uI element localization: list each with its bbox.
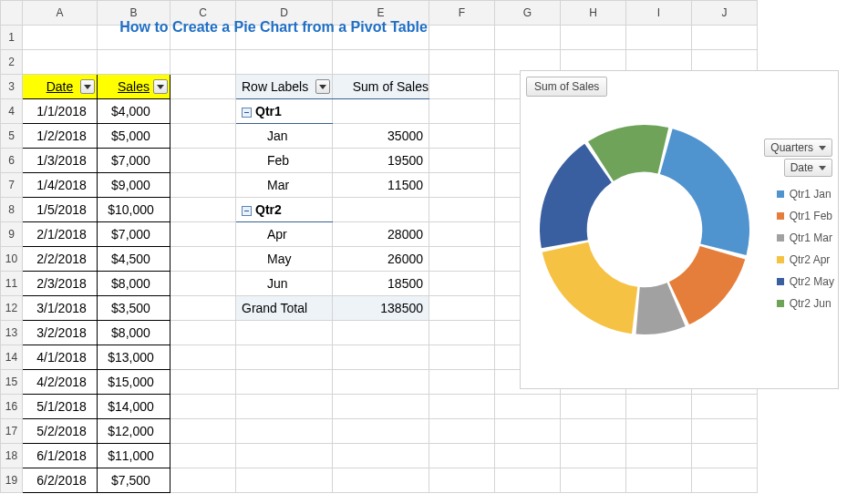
col-head-B[interactable]: B bbox=[98, 1, 170, 26]
row-head-2[interactable]: 2 bbox=[1, 50, 23, 75]
cell-F9[interactable] bbox=[429, 222, 495, 247]
donut-slice[interactable] bbox=[669, 246, 745, 324]
cell-D19[interactable] bbox=[236, 468, 333, 493]
cell-D18[interactable] bbox=[236, 444, 333, 468]
chart-title-button[interactable]: Sum of Sales bbox=[526, 77, 607, 97]
cell-C18[interactable] bbox=[170, 444, 236, 468]
cell-G19[interactable] bbox=[495, 468, 561, 493]
cell-A6[interactable]: 1/3/2018 bbox=[23, 149, 98, 173]
row-head-1[interactable]: 1 bbox=[1, 26, 23, 50]
cell-F18[interactable] bbox=[429, 444, 495, 468]
col-head-G[interactable]: G bbox=[495, 1, 561, 26]
cell-D16[interactable] bbox=[236, 395, 333, 419]
cell-F4[interactable] bbox=[429, 99, 495, 124]
cell-A3[interactable]: Date bbox=[23, 75, 98, 99]
cell-A15[interactable]: 4/2/2018 bbox=[23, 370, 98, 395]
cell-D10[interactable]: May bbox=[236, 247, 333, 272]
cell-B2[interactable] bbox=[98, 50, 170, 75]
cell-E2[interactable] bbox=[333, 50, 429, 75]
row-head-6[interactable]: 6 bbox=[1, 149, 23, 173]
row-head-16[interactable]: 16 bbox=[1, 395, 23, 419]
cell-H1[interactable] bbox=[561, 26, 626, 50]
pivot-filter-icon[interactable] bbox=[315, 79, 330, 94]
cell-D11[interactable]: Jun bbox=[236, 272, 333, 296]
cell-B1[interactable] bbox=[98, 26, 170, 50]
slicer-date[interactable]: Date bbox=[784, 159, 832, 177]
row-head-15[interactable]: 15 bbox=[1, 370, 23, 395]
col-head-E[interactable]: E bbox=[333, 1, 429, 26]
cell-I1[interactable] bbox=[626, 26, 692, 50]
cell-A10[interactable]: 2/2/2018 bbox=[23, 247, 98, 272]
col-head-A[interactable]: A bbox=[23, 1, 98, 26]
cell-G16[interactable] bbox=[495, 395, 561, 419]
cell-D3[interactable]: Row Labels bbox=[236, 75, 333, 99]
cell-E14[interactable] bbox=[333, 345, 429, 370]
cell-B19[interactable]: $7,500 bbox=[98, 468, 170, 493]
cell-J18[interactable] bbox=[692, 444, 758, 468]
cell-E12[interactable]: 138500 bbox=[333, 296, 429, 321]
cell-E1[interactable] bbox=[333, 26, 429, 50]
cell-A7[interactable]: 1/4/2018 bbox=[23, 173, 98, 198]
col-head-F[interactable]: F bbox=[429, 1, 495, 26]
cell-B5[interactable]: $5,000 bbox=[98, 124, 170, 149]
collapse-icon[interactable] bbox=[242, 108, 252, 118]
cell-A13[interactable]: 3/2/2018 bbox=[23, 321, 98, 345]
cell-B8[interactable]: $10,000 bbox=[98, 198, 170, 222]
cell-F1[interactable] bbox=[429, 26, 495, 50]
cell-F11[interactable] bbox=[429, 272, 495, 296]
cell-E15[interactable] bbox=[333, 370, 429, 395]
cell-F14[interactable] bbox=[429, 345, 495, 370]
cell-A5[interactable]: 1/2/2018 bbox=[23, 124, 98, 149]
col-head-J[interactable]: J bbox=[692, 1, 758, 26]
cell-D1[interactable] bbox=[236, 26, 333, 50]
cell-C16[interactable] bbox=[170, 395, 236, 419]
row-head-13[interactable]: 13 bbox=[1, 321, 23, 345]
cell-F19[interactable] bbox=[429, 468, 495, 493]
cell-G1[interactable] bbox=[495, 26, 561, 50]
cell-C7[interactable] bbox=[170, 173, 236, 198]
cell-F15[interactable] bbox=[429, 370, 495, 395]
cell-B9[interactable]: $7,000 bbox=[98, 222, 170, 247]
cell-I18[interactable] bbox=[626, 444, 692, 468]
cell-C10[interactable] bbox=[170, 247, 236, 272]
cell-A9[interactable]: 2/1/2018 bbox=[23, 222, 98, 247]
cell-C19[interactable] bbox=[170, 468, 236, 493]
cell-B4[interactable]: $4,000 bbox=[98, 99, 170, 124]
cell-C12[interactable] bbox=[170, 296, 236, 321]
filter-date-icon[interactable] bbox=[80, 79, 95, 94]
cell-C4[interactable] bbox=[170, 99, 236, 124]
corner-cell[interactable] bbox=[1, 1, 23, 26]
cell-H19[interactable] bbox=[561, 468, 626, 493]
cell-D7[interactable]: Mar bbox=[236, 173, 333, 198]
cell-F2[interactable] bbox=[429, 50, 495, 75]
cell-A18[interactable]: 6/1/2018 bbox=[23, 444, 98, 468]
cell-E19[interactable] bbox=[333, 468, 429, 493]
cell-B6[interactable]: $7,000 bbox=[98, 149, 170, 173]
cell-C11[interactable] bbox=[170, 272, 236, 296]
cell-E16[interactable] bbox=[333, 395, 429, 419]
cell-D4[interactable]: Qtr1 bbox=[236, 99, 333, 124]
cell-I19[interactable] bbox=[626, 468, 692, 493]
cell-J17[interactable] bbox=[692, 419, 758, 444]
cell-C6[interactable] bbox=[170, 149, 236, 173]
cell-C1[interactable] bbox=[170, 26, 236, 50]
cell-F3[interactable] bbox=[429, 75, 495, 99]
row-head-17[interactable]: 17 bbox=[1, 419, 23, 444]
cell-F10[interactable] bbox=[429, 247, 495, 272]
cell-A8[interactable]: 1/5/2018 bbox=[23, 198, 98, 222]
row-head-4[interactable]: 4 bbox=[1, 99, 23, 124]
cell-A4[interactable]: 1/1/2018 bbox=[23, 99, 98, 124]
donut-slice[interactable] bbox=[542, 242, 638, 334]
cell-B18[interactable]: $11,000 bbox=[98, 444, 170, 468]
cell-F5[interactable] bbox=[429, 124, 495, 149]
cell-F6[interactable] bbox=[429, 149, 495, 173]
cell-E11[interactable]: 18500 bbox=[333, 272, 429, 296]
cell-C13[interactable] bbox=[170, 321, 236, 345]
col-head-C[interactable]: C bbox=[170, 1, 236, 26]
row-head-18[interactable]: 18 bbox=[1, 444, 23, 468]
row-head-7[interactable]: 7 bbox=[1, 173, 23, 198]
cell-I16[interactable] bbox=[626, 395, 692, 419]
col-head-H[interactable]: H bbox=[561, 1, 626, 26]
cell-D12[interactable]: Grand Total bbox=[236, 296, 333, 321]
cell-J19[interactable] bbox=[692, 468, 758, 493]
